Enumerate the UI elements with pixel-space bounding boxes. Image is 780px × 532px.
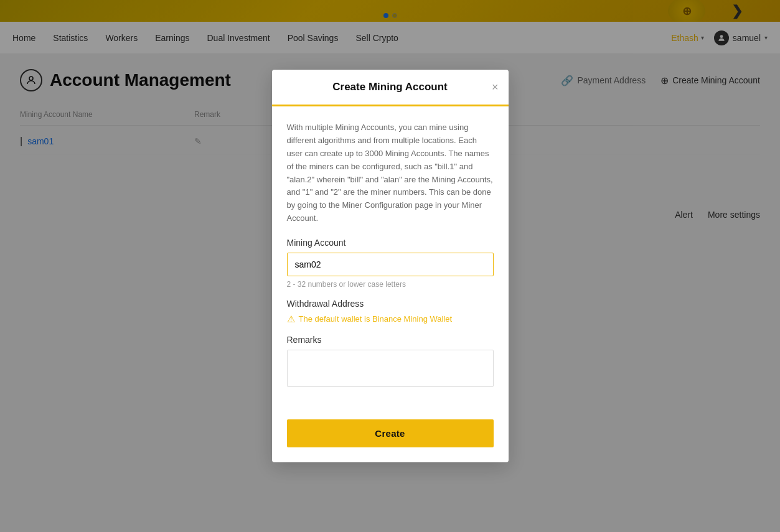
modal-overlay[interactable]: Create Mining Account × With multiple Mi… [0, 0, 780, 532]
mining-account-input[interactable] [287, 253, 494, 276]
remarks-label: Remarks [287, 335, 494, 345]
withdrawal-label: Withdrawal Address [287, 299, 494, 309]
modal-description: With multiple Mining Accounts, you can m… [287, 121, 494, 225]
warning-icon: ⚠ [287, 314, 295, 325]
modal-footer: Create [272, 419, 509, 462]
mining-account-label: Mining Account [287, 238, 494, 248]
withdrawal-address-section: Withdrawal Address ⚠ The default wallet … [287, 299, 494, 325]
modal-header: Create Mining Account × [272, 70, 509, 106]
mining-account-field: Mining Account 2 - 32 numbers or lower c… [287, 238, 494, 289]
modal-body: With multiple Mining Accounts, you can m… [272, 106, 509, 419]
create-mining-account-modal: Create Mining Account × With multiple Mi… [272, 70, 509, 462]
create-button[interactable]: Create [287, 419, 494, 447]
modal-close-button[interactable]: × [492, 82, 499, 93]
remarks-input[interactable] [287, 350, 494, 387]
withdrawal-warning-text: The default wallet is Binance Mining Wal… [299, 314, 453, 324]
mining-account-hint: 2 - 32 numbers or lower case letters [287, 280, 494, 289]
remarks-section: Remarks [287, 335, 494, 390]
withdrawal-warning: ⚠ The default wallet is Binance Mining W… [287, 314, 494, 325]
modal-title: Create Mining Account [332, 81, 448, 93]
